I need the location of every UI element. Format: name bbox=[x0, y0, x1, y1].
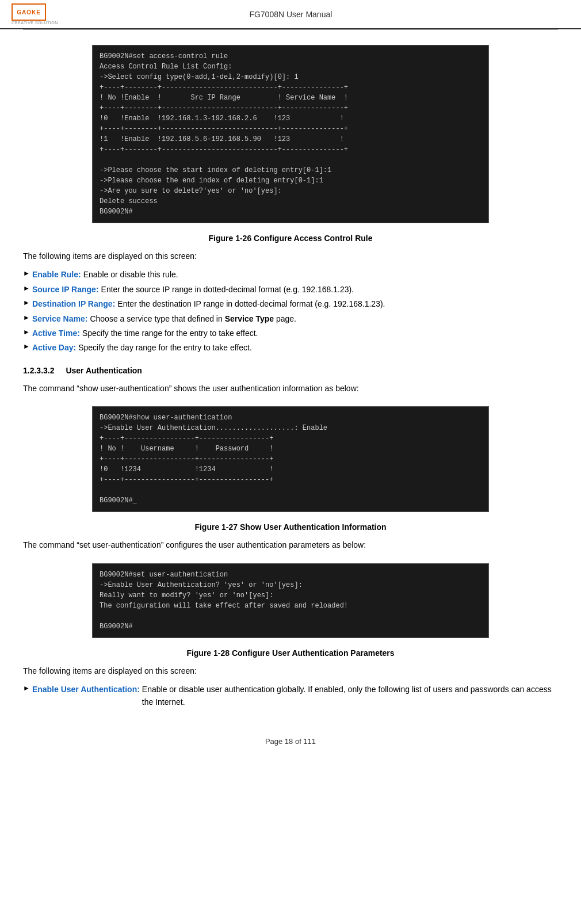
bullet-text-7: Enable or disable user authentication gl… bbox=[142, 683, 558, 709]
bullet-arrow-4: ► bbox=[23, 312, 30, 325]
figure2-caption: Figure 1-27 Show User Authentication Inf… bbox=[23, 522, 558, 532]
logo-sub: CREATIVE SOLUTION bbox=[12, 21, 58, 25]
bullet-active-time: ► Active Time: Specify the time range fo… bbox=[23, 327, 558, 339]
bullet-arrow-7: ► bbox=[23, 683, 30, 709]
section-title: User Authentication bbox=[66, 366, 142, 375]
figure1-caption: Figure 1-26 Configure Access Control Rul… bbox=[23, 234, 558, 243]
bullet-enable-user-auth: ► Enable User Authentication: Enable or … bbox=[23, 683, 558, 709]
bullets2-intro: The following items are displayed on thi… bbox=[23, 665, 558, 677]
figure3-terminal: BG9002N#set user-authentication ->Enable… bbox=[92, 563, 489, 638]
bullet-label-4: Service Name: bbox=[32, 312, 88, 325]
bullet-arrow-1: ► bbox=[23, 268, 30, 281]
figure3-intro: The command “set user-authentication” co… bbox=[23, 539, 558, 551]
figure1-terminal: BG9002N#set access-control rule Access C… bbox=[92, 45, 489, 223]
bullet-arrow-5: ► bbox=[23, 327, 30, 339]
bullet-text-5: Specify the time range for the entry to … bbox=[82, 327, 258, 339]
bullet-arrow-6: ► bbox=[23, 341, 30, 354]
bullet-text-3: Enter the destination IP range in dotted… bbox=[117, 297, 385, 310]
bullet-label-2: Source IP Range: bbox=[32, 283, 99, 296]
page-header: GAOKE CREATIVE SOLUTION FG7008N User Man… bbox=[0, 0, 581, 29]
bullet-label-7: Enable User Authentication: bbox=[32, 683, 140, 709]
bullet-label-1: Enable Rule: bbox=[32, 268, 81, 281]
figure1-terminal-wrapper: BG9002N#set access-control rule Access C… bbox=[23, 39, 558, 229]
bullet-arrow-3: ► bbox=[23, 297, 30, 310]
bullet-label-3: Destination IP Range: bbox=[32, 297, 115, 310]
figure2-terminal: BG9002N#show user-authentication ->Enabl… bbox=[92, 406, 489, 512]
page-footer: Page 18 of 111 bbox=[0, 737, 581, 746]
page-title: FG7008N User Manual bbox=[249, 10, 332, 19]
logo-text: GAOKE bbox=[17, 9, 41, 16]
figure2-terminal-wrapper: BG9002N#show user-authentication ->Enabl… bbox=[23, 400, 558, 518]
figure3-caption: Figure 1-28 Configure User Authenticatio… bbox=[23, 648, 558, 658]
section-heading-1: 1.2.3.3.2 User Authentication bbox=[23, 366, 558, 375]
bullet-label-6: Active Day: bbox=[32, 341, 76, 354]
logo-area: GAOKE CREATIVE SOLUTION bbox=[12, 3, 58, 25]
bullet-source-ip: ► Source IP Range: Enter the source IP r… bbox=[23, 283, 558, 296]
bullets1-intro: The following items are displayed on thi… bbox=[23, 250, 558, 262]
logo-image: GAOKE bbox=[12, 3, 46, 21]
bullet-text-4: Choose a service type that defined in Se… bbox=[90, 312, 296, 325]
figure3-terminal-wrapper: BG9002N#set user-authentication ->Enable… bbox=[23, 558, 558, 644]
bullet-destination-ip: ► Destination IP Range: Enter the destin… bbox=[23, 297, 558, 310]
logo-box: GAOKE CREATIVE SOLUTION bbox=[12, 3, 58, 25]
main-content: BG9002N#set access-control rule Access C… bbox=[0, 30, 581, 720]
section-number: 1.2.3.3.2 bbox=[23, 366, 55, 375]
figure2-intro: The command “show user-authentication” s… bbox=[23, 382, 558, 395]
bullet-text-2: Enter the source IP range in dotted-deci… bbox=[101, 283, 354, 296]
bullet-arrow-2: ► bbox=[23, 283, 30, 296]
bullet-label-5: Active Time: bbox=[32, 327, 80, 339]
bullet-active-day: ► Active Day: Specify the day range for … bbox=[23, 341, 558, 354]
bullet-enable-rule: ► Enable Rule: Enable or disable this ru… bbox=[23, 268, 558, 281]
bullet-text-1: Enable or disable this rule. bbox=[83, 268, 178, 281]
bullet-service-name: ► Service Name: Choose a service type th… bbox=[23, 312, 558, 325]
bullet-text-6: Specify the day range for the entry to t… bbox=[78, 341, 252, 354]
